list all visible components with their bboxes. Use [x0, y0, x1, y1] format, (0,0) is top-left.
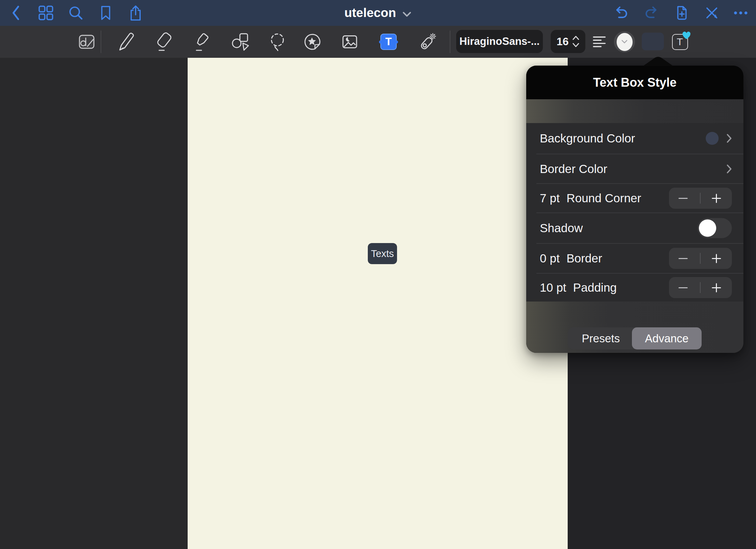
row-border-color[interactable]: Border Color	[526, 154, 743, 183]
segmented-control: Presets Advance	[568, 327, 702, 349]
row-label: Padding	[573, 281, 617, 294]
lasso-tool[interactable]	[267, 26, 288, 58]
undo-button[interactable]	[613, 0, 630, 26]
segment-presets-label: Presets	[582, 332, 620, 345]
plus-button-v[interactable]	[716, 283, 717, 292]
chevron-down-icon	[402, 11, 412, 18]
plus-button-v[interactable]	[716, 254, 717, 263]
toolbar-separator	[101, 31, 101, 53]
minus-button[interactable]	[678, 258, 688, 259]
pen-mode-toggle-button[interactable]	[703, 0, 720, 26]
toggle-knob	[699, 220, 716, 237]
page-title: utelecon	[344, 6, 396, 20]
back-button[interactable]	[8, 0, 23, 26]
row-border-width: 0 ptBorder	[526, 244, 743, 273]
segment-advance-label: Advance	[645, 332, 688, 345]
shapes-tool[interactable]	[230, 26, 251, 58]
sticker-icon	[302, 32, 323, 52]
image-icon	[340, 32, 360, 52]
selection-handle-right	[395, 40, 398, 44]
canvas-background-left	[0, 58, 188, 549]
top-navigation-bar: utelecon	[0, 0, 756, 26]
pen-icon	[116, 32, 136, 52]
shapes-icon	[230, 32, 251, 52]
handwriting-mode-button[interactable]	[77, 26, 97, 58]
popover-preview-band	[526, 99, 743, 123]
popover-title: Text Box Style	[593, 75, 676, 90]
text-box-style-popover: Text Box Style Background Color Border C…	[526, 66, 743, 353]
bookmark-button[interactable]	[97, 0, 114, 26]
document-title[interactable]: utelecon	[340, 0, 416, 26]
text-tool[interactable]: T	[379, 26, 398, 58]
laser-pointer-icon	[417, 32, 437, 52]
chevron-right-icon	[726, 134, 732, 143]
document-page[interactable]	[188, 58, 568, 549]
laser-tool[interactable]	[417, 26, 437, 58]
round-corner-stepper	[669, 188, 732, 209]
minus-button[interactable]	[678, 198, 688, 199]
color-ring	[614, 31, 635, 52]
text-align-button[interactable]	[591, 26, 607, 58]
chevron-right-icon	[726, 164, 732, 174]
redo-button[interactable]	[643, 0, 660, 26]
row-round-corner: 7 ptRound Corner	[526, 184, 743, 212]
text-tool-glyph: T	[385, 36, 392, 48]
share-icon	[127, 5, 144, 21]
stepper-divider	[700, 193, 701, 204]
add-page-icon	[673, 5, 690, 21]
row-background-color[interactable]: Background Color	[526, 123, 743, 154]
redo-icon	[643, 5, 660, 21]
row-label: Background Color	[540, 132, 635, 145]
chevron-down-small-icon	[621, 40, 628, 44]
segment-presets[interactable]: Presets	[568, 327, 634, 349]
search-icon	[68, 5, 84, 21]
share-button[interactable]	[127, 0, 144, 26]
highlighter-tool[interactable]	[192, 26, 212, 58]
selection-handle-left	[379, 40, 382, 44]
plus-button-v[interactable]	[716, 194, 717, 203]
handwriting-icon	[77, 32, 97, 52]
textbox-style-button[interactable]	[642, 33, 664, 50]
size-up-down-icon	[572, 35, 580, 48]
bookmark-icon	[98, 5, 114, 21]
textbox-format-t: T	[672, 34, 688, 50]
row-value: 7 pt	[540, 191, 560, 205]
font-size-stepper[interactable]: 16	[551, 30, 585, 53]
row-label: Shadow	[540, 221, 583, 235]
image-tool[interactable]	[340, 26, 360, 58]
row-value: 0 pt	[540, 252, 560, 265]
pen-x-icon	[704, 5, 720, 21]
more-button[interactable]	[732, 0, 749, 26]
font-size-value: 16	[556, 35, 569, 48]
textbox-format-button[interactable]: T	[671, 26, 688, 58]
stepper-divider	[700, 282, 701, 293]
highlighter-icon	[192, 32, 212, 52]
sticker-tool[interactable]	[302, 26, 323, 58]
row-label: Border	[566, 252, 602, 265]
undo-icon	[613, 5, 629, 21]
font-family-button[interactable]: HiraginoSans-...	[456, 30, 543, 53]
segment-advance[interactable]: Advance	[632, 327, 702, 349]
eraser-icon	[154, 32, 174, 52]
shadow-toggle[interactable]	[698, 218, 732, 238]
font-family-label: HiraginoSans-...	[460, 35, 540, 48]
row-shadow: Shadow	[526, 213, 743, 243]
eraser-tool[interactable]	[154, 26, 174, 58]
pen-tool[interactable]	[116, 26, 136, 58]
popover-footer: Presets Advance	[526, 302, 743, 353]
add-page-button[interactable]	[673, 0, 690, 26]
search-button[interactable]	[67, 0, 84, 26]
align-left-icon	[592, 35, 606, 49]
textbox-object[interactable]: Texts	[368, 243, 397, 264]
lasso-icon	[267, 32, 288, 52]
minus-button[interactable]	[678, 287, 688, 289]
ellipsis-icon	[733, 5, 749, 21]
row-value: 10 pt	[540, 281, 566, 294]
thumbnails-button[interactable]	[37, 0, 54, 26]
color-swatch-white	[617, 33, 633, 51]
grid-icon	[38, 5, 54, 21]
stepper-divider	[700, 253, 701, 264]
text-color-button[interactable]	[614, 26, 635, 58]
text-tool-selected: T	[380, 34, 397, 50]
heart-badge-icon	[682, 32, 691, 40]
